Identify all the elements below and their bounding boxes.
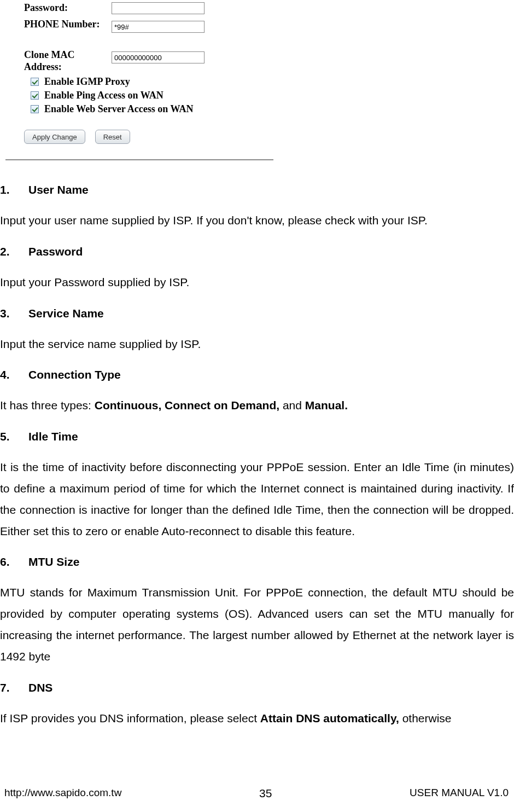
section-body-2: Input your Password supplied by ISP. bbox=[0, 268, 514, 298]
section-body-6: MTU stands for Maximum Transmission Unit… bbox=[0, 578, 514, 671]
apply-change-button[interactable]: Apply Change bbox=[24, 130, 85, 144]
section-body-7: If ISP provides you DNS information, ple… bbox=[0, 704, 514, 734]
section-heading-6: 6. MTU Size bbox=[0, 546, 514, 578]
igmp-checkbox[interactable] bbox=[31, 78, 39, 86]
config-screenshot: Password: PHONE Number: Clone MAC Addres… bbox=[5, 0, 273, 160]
igmp-label: Enable IGMP Proxy bbox=[44, 76, 130, 88]
document-content: 1. User Name Input your user name suppli… bbox=[0, 160, 514, 733]
ping-wan-label: Enable Ping Access on WAN bbox=[44, 90, 163, 101]
section-body-3: Input the service name supplied by ISP. bbox=[0, 329, 514, 359]
footer-url: http://www.sapido.com.tw bbox=[4, 787, 121, 800]
footer-page-number: 35 bbox=[259, 787, 272, 800]
section-heading-3: 3. Service Name bbox=[0, 298, 514, 329]
section-heading-5: 5. Idle Time bbox=[0, 421, 514, 453]
ping-wan-checkbox[interactable] bbox=[31, 91, 39, 100]
section-heading-2: 2. Password bbox=[0, 236, 514, 268]
page-footer: http://www.sapido.com.tw 35 USER MANUAL … bbox=[0, 787, 514, 800]
section-body-5: It is the time of inactivity before disc… bbox=[0, 453, 514, 546]
phone-input[interactable] bbox=[112, 21, 205, 33]
phone-label: PHONE Number: bbox=[24, 19, 112, 31]
password-label: Password: bbox=[24, 2, 112, 14]
reset-button[interactable]: Reset bbox=[95, 130, 130, 144]
section-heading-7: 7. DNS bbox=[0, 672, 514, 704]
footer-manual-version: USER MANUAL V1.0 bbox=[410, 787, 509, 800]
web-wan-checkbox[interactable] bbox=[31, 105, 39, 113]
section-heading-1: 1. User Name bbox=[0, 174, 514, 206]
clone-mac-input[interactable] bbox=[112, 51, 205, 63]
password-input[interactable] bbox=[112, 2, 205, 14]
section-body-1: Input your user name supplied by ISP. If… bbox=[0, 206, 514, 236]
section-body-4: It has three types: Continuous, Connect … bbox=[0, 391, 514, 421]
section-heading-4: 4. Connection Type bbox=[0, 359, 514, 391]
clone-mac-label: Clone MAC Address: bbox=[24, 49, 112, 73]
web-wan-label: Enable Web Server Access on WAN bbox=[44, 103, 194, 115]
